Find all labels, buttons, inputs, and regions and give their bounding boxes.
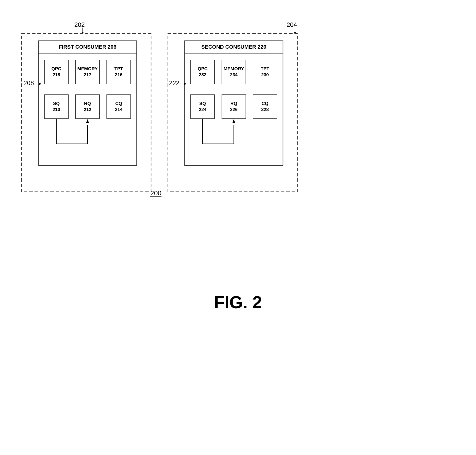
memory-217-box: [75, 60, 99, 84]
diagram-svg: 202 204 FIRST CONSUMER 206 QPC 218: [14, 14, 462, 211]
rq-226-num: 226: [230, 107, 238, 112]
qpc-232-label: QPC: [197, 66, 207, 71]
memory-234-num: 234: [230, 72, 238, 77]
qpc-232-box: [191, 60, 215, 84]
fig-caption-area: FIG. 2: [14, 292, 462, 312]
ref-222-label: 222: [169, 79, 179, 87]
sq-210-box: [44, 95, 68, 119]
svg-marker-3: [294, 32, 296, 34]
tpt-230-num: 230: [261, 72, 269, 77]
svg-marker-9: [184, 83, 187, 85]
rq-226-arrowhead: [232, 119, 235, 123]
svg-marker-6: [39, 83, 41, 85]
rq-212-label: RQ: [84, 101, 91, 106]
rq-226-label: RQ: [230, 101, 238, 106]
ref-204-label: 204: [287, 21, 297, 28]
second-consumer-title: SECOND CONSUMER 220: [201, 44, 266, 50]
outer-box-right: [168, 33, 297, 192]
memory-234-label: MEMORY: [224, 66, 244, 71]
main-container: 202 204 FIRST CONSUMER 206 QPC 218: [14, 14, 462, 446]
cq-228-num: 228: [261, 107, 269, 112]
sq-224-box: [191, 95, 215, 119]
rq-212-box: [75, 95, 99, 119]
fig-caption: FIG. 2: [214, 293, 262, 312]
qpc-218-label: QPC: [51, 66, 61, 71]
ref-208-label: 208: [24, 79, 34, 87]
rq-212-num: 212: [84, 107, 91, 112]
outer-box-left: [22, 33, 151, 192]
sq-210-label: SQ: [53, 101, 59, 106]
figure-number: 200: [150, 189, 162, 197]
tpt-230-box: [253, 60, 277, 84]
cq-228-box: [253, 95, 277, 119]
tpt-230-label: TPT: [261, 66, 269, 71]
memory-217-label: MEMORY: [77, 66, 98, 71]
memory-234-box: [222, 60, 246, 84]
svg-marker-1: [82, 32, 84, 34]
qpc-218-num: 218: [52, 72, 60, 77]
sq-224-label: SQ: [199, 101, 206, 106]
cq-214-label: CQ: [115, 101, 122, 106]
cq-214-box: [107, 95, 131, 119]
ref-202-label: 202: [74, 21, 85, 28]
diagram-area: 202 204 FIRST CONSUMER 206 QPC 218: [14, 14, 462, 211]
memory-217-num: 217: [84, 72, 91, 77]
cq-214-num: 214: [115, 107, 123, 112]
sq-224-num: 224: [199, 107, 206, 112]
qpc-218-box: [44, 60, 68, 84]
tpt-216-num: 216: [115, 72, 123, 77]
tpt-216-label: TPT: [114, 66, 123, 71]
sq-210-num: 210: [52, 107, 60, 112]
rq-212-arrowhead: [86, 119, 89, 123]
first-consumer-title: FIRST CONSUMER 206: [59, 44, 116, 50]
qpc-232-num: 232: [199, 72, 206, 77]
rq-226-box: [222, 95, 246, 119]
cq-228-label: CQ: [262, 101, 269, 106]
tpt-216-box: [107, 60, 131, 84]
